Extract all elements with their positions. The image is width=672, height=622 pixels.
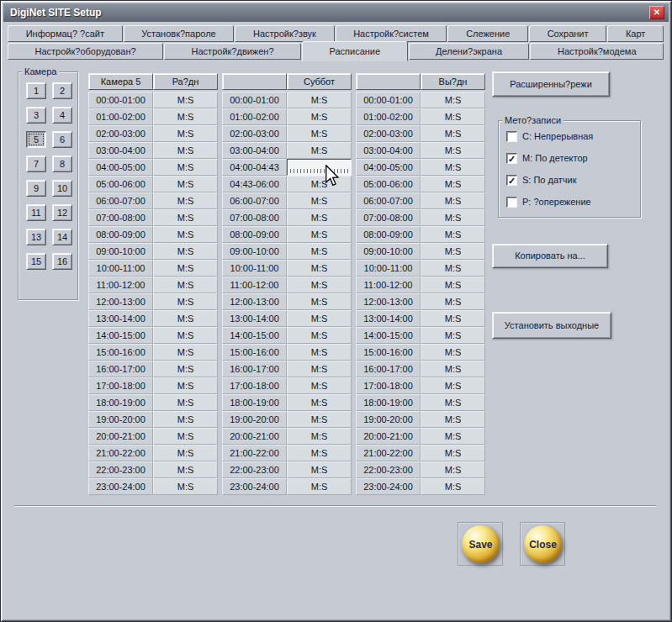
- schedule-value-cell-g2-r20[interactable]: M:S: [421, 428, 485, 445]
- schedule-value-cell-g2-r4[interactable]: M:S: [421, 159, 485, 176]
- schedule-value-cell-g0-r19[interactable]: M:S: [153, 411, 218, 428]
- camera-button-11[interactable]: 11: [26, 204, 46, 221]
- schedule-value-cell-g2-r3[interactable]: M:S: [421, 142, 485, 159]
- close-button-sphere[interactable]: Close: [524, 525, 562, 563]
- schedule-value-cell-g1-r20[interactable]: M:S: [287, 428, 352, 445]
- schedule-value-cell-g2-r18[interactable]: M:S: [421, 394, 485, 411]
- schedule-value-cell-g2-r11[interactable]: M:S: [421, 277, 485, 293]
- schedule-value-cell-g0-r4[interactable]: M:S: [153, 159, 218, 176]
- schedule-value-cell-g2-r17[interactable]: M:S: [421, 377, 485, 394]
- camera-button-13[interactable]: 13: [26, 229, 46, 245]
- schedule-value-cell-g2-r16[interactable]: M:S: [421, 361, 485, 377]
- schedule-value-cell-g0-r14[interactable]: M:S: [153, 327, 218, 344]
- schedule-value-cell-g1-r7[interactable]: M:S: [287, 209, 352, 226]
- camera-button-8[interactable]: 8: [52, 156, 72, 172]
- save-button-sphere[interactable]: Save: [462, 525, 500, 563]
- checkbox-icon[interactable]: ✓: [506, 153, 517, 164]
- camera-button-6[interactable]: 6: [52, 131, 72, 148]
- schedule-value-cell-g0-r2[interactable]: M:S: [153, 125, 218, 142]
- schedule-value-cell-g2-r8[interactable]: M:S: [421, 226, 485, 243]
- schedule-value-cell-g2-r1[interactable]: M:S: [421, 108, 485, 125]
- schedule-value-cell-g2-r2[interactable]: M:S: [421, 125, 485, 142]
- schedule-value-cell-g0-r9[interactable]: M:S: [153, 243, 218, 260]
- schedule-value-cell-g2-r13[interactable]: M:S: [421, 310, 485, 327]
- schedule-value-cell-g0-r22[interactable]: M:S: [153, 461, 218, 478]
- schedule-value-cell-g0-r5[interactable]: M:S: [153, 176, 218, 192]
- schedule-value-cell-g1-r6[interactable]: M:S: [287, 192, 352, 209]
- camera-button-12[interactable]: 12: [52, 204, 72, 221]
- schedule-value-cell-g0-r21[interactable]: M:S: [153, 445, 218, 461]
- tab-row2-1[interactable]: Настройк?движен?: [164, 43, 301, 60]
- tab-row1-0[interactable]: Информац? ?сайт: [8, 25, 123, 42]
- record-method-option-3[interactable]: P: ?опережение: [499, 191, 640, 213]
- schedule-value-cell-g2-r12[interactable]: M:S: [421, 293, 485, 310]
- schedule-value-cell-g0-r16[interactable]: M:S: [153, 361, 218, 377]
- camera-button-16[interactable]: 16: [52, 253, 72, 270]
- checkbox-icon[interactable]: ✓: [506, 175, 517, 186]
- schedule-value-cell-g0-r10[interactable]: M:S: [153, 260, 218, 277]
- schedule-value-cell-g2-r22[interactable]: M:S: [421, 461, 485, 478]
- schedule-value-cell-g1-r0[interactable]: M:S: [287, 92, 352, 108]
- schedule-value-cell-g1-r17[interactable]: M:S: [287, 377, 352, 394]
- set-holidays-button[interactable]: Установить выходные: [492, 312, 611, 339]
- schedule-value-cell-g2-r7[interactable]: M:S: [421, 209, 485, 226]
- record-method-option-2[interactable]: ✓S: По датчик: [499, 169, 640, 191]
- tab-row2-0[interactable]: Настройк?оборудован?: [8, 43, 163, 60]
- tab-row1-5[interactable]: Сохранит: [529, 25, 606, 42]
- schedule-value-cell-g2-r10[interactable]: M:S: [421, 260, 485, 277]
- schedule-value-cell-g1-r23[interactable]: M:S: [287, 478, 352, 495]
- record-method-option-0[interactable]: C: Непрерывная: [499, 125, 640, 147]
- tab-row1-3[interactable]: Настройк?систем: [336, 25, 447, 42]
- schedule-value-cell-g0-r3[interactable]: M:S: [153, 142, 218, 159]
- schedule-value-cell-g2-r14[interactable]: M:S: [421, 327, 485, 344]
- tab-row1-1[interactable]: Установк?пароле: [124, 25, 235, 42]
- schedule-value-cell-g2-r19[interactable]: M:S: [421, 411, 485, 428]
- close-icon[interactable]: ✕: [649, 6, 664, 19]
- schedule-value-cell-g0-r6[interactable]: M:S: [153, 192, 218, 209]
- camera-button-5[interactable]: 5: [26, 131, 46, 148]
- camera-button-7[interactable]: 7: [26, 156, 46, 172]
- tab-row1-2[interactable]: Настройк?звук: [235, 25, 334, 42]
- camera-button-9[interactable]: 9: [26, 180, 46, 197]
- schedule-value-cell-g1-r13[interactable]: M:S: [287, 310, 352, 327]
- schedule-value-cell-g0-r23[interactable]: M:S: [153, 478, 218, 495]
- schedule-value-cell-g0-r7[interactable]: M:S: [153, 209, 218, 226]
- camera-button-3[interactable]: 3: [26, 107, 46, 124]
- schedule-value-cell-g1-r4[interactable]: [287, 159, 352, 176]
- schedule-value-cell-g2-r0[interactable]: M:S: [421, 92, 485, 108]
- schedule-value-cell-g0-r13[interactable]: M:S: [153, 310, 218, 327]
- schedule-value-cell-g2-r15[interactable]: M:S: [421, 344, 485, 361]
- save-button[interactable]: Save: [458, 522, 503, 566]
- schedule-value-cell-g1-r21[interactable]: M:S: [287, 445, 352, 461]
- schedule-value-cell-g1-r15[interactable]: M:S: [287, 344, 352, 361]
- schedule-value-cell-g0-r15[interactable]: M:S: [153, 344, 218, 361]
- camera-button-2[interactable]: 2: [52, 82, 72, 99]
- schedule-value-cell-g1-r9[interactable]: M:S: [287, 243, 352, 260]
- checkbox-icon[interactable]: [506, 197, 517, 208]
- schedule-value-cell-g1-r11[interactable]: M:S: [287, 277, 352, 293]
- tab-row2-2[interactable]: Расписание: [302, 41, 408, 61]
- schedule-value-cell-g2-r21[interactable]: M:S: [421, 445, 485, 461]
- camera-button-15[interactable]: 15: [26, 253, 46, 270]
- schedule-value-cell-g2-r5[interactable]: M:S: [421, 176, 485, 192]
- schedule-value-cell-g0-r18[interactable]: M:S: [153, 394, 218, 411]
- checkbox-icon[interactable]: [506, 131, 517, 142]
- tab-row2-4[interactable]: Настройк?модема: [530, 43, 664, 60]
- copy-to-button[interactable]: Копировать на...: [492, 244, 608, 268]
- tab-row1-6[interactable]: Карт: [607, 25, 664, 42]
- advanced-mode-button[interactable]: Расширенны?режи: [492, 71, 610, 97]
- schedule-value-cell-g0-r1[interactable]: M:S: [153, 108, 218, 125]
- camera-button-4[interactable]: 4: [52, 107, 72, 124]
- schedule-value-cell-g1-r12[interactable]: M:S: [287, 293, 352, 310]
- schedule-value-cell-g0-r17[interactable]: M:S: [153, 377, 218, 394]
- schedule-value-cell-g1-r14[interactable]: M:S: [287, 327, 352, 344]
- camera-button-1[interactable]: 1: [26, 82, 46, 99]
- schedule-value-cell-g2-r6[interactable]: M:S: [421, 192, 485, 209]
- schedule-value-cell-g2-r9[interactable]: M:S: [421, 243, 485, 260]
- camera-button-14[interactable]: 14: [52, 229, 72, 245]
- schedule-value-cell-g0-r12[interactable]: M:S: [153, 293, 218, 310]
- schedule-value-cell-g1-r10[interactable]: M:S: [287, 260, 352, 277]
- schedule-value-cell-g1-r16[interactable]: M:S: [287, 361, 352, 377]
- camera-button-10[interactable]: 10: [52, 180, 72, 197]
- schedule-value-cell-g1-r1[interactable]: M:S: [287, 108, 352, 125]
